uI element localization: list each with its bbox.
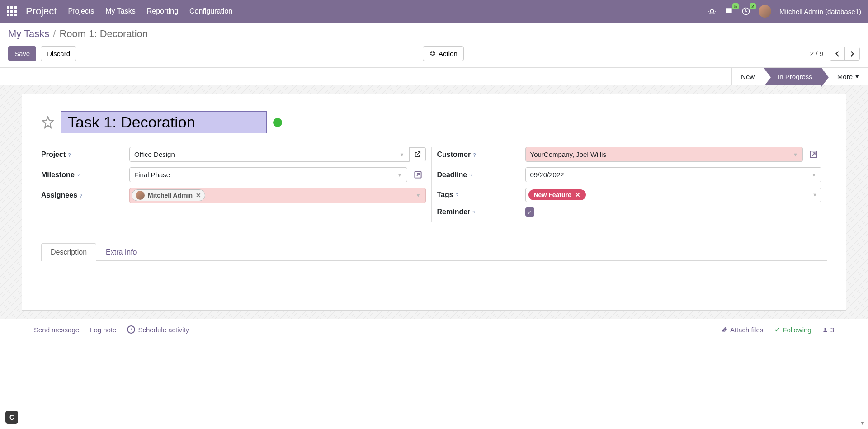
remove-assignee-icon[interactable]: ✕ xyxy=(196,192,201,199)
clock-icon xyxy=(127,325,135,334)
reminder-checkbox[interactable]: ✓ xyxy=(525,207,534,217)
apps-icon[interactable] xyxy=(7,6,17,16)
app-brand[interactable]: Project xyxy=(26,5,57,17)
caret-down-icon: ▼ xyxy=(811,172,816,178)
check-icon xyxy=(774,326,780,333)
status-bar: New In Progress More ▾ xyxy=(0,67,868,85)
caret-down-icon: ▼ xyxy=(400,152,405,157)
tab-description[interactable]: Description xyxy=(41,243,96,261)
nav-projects[interactable]: Projects xyxy=(68,7,94,15)
user-label[interactable]: Mitchell Admin (database1) xyxy=(779,8,861,15)
send-message-link[interactable]: Send message xyxy=(34,326,79,334)
caret-down-icon: ▼ xyxy=(397,172,402,178)
activities-icon[interactable]: 2 xyxy=(741,7,750,16)
gear-icon xyxy=(429,50,436,57)
milestone-external-link[interactable] xyxy=(410,168,426,181)
tab-extra-info[interactable]: Extra Info xyxy=(96,243,146,261)
pager-text: 2 / 9 xyxy=(810,50,823,57)
pager-next[interactable] xyxy=(845,47,859,60)
customer-input[interactable]: YourCompany, Joel Willis ▼ xyxy=(525,147,803,162)
customer-external-link[interactable] xyxy=(806,148,821,161)
reminder-label: Reminder? xyxy=(437,208,525,216)
deadline-input[interactable]: 09/20/2022 ▼ xyxy=(525,167,822,182)
nav-my-tasks[interactable]: My Tasks xyxy=(105,7,135,15)
messages-icon[interactable]: 5 xyxy=(724,7,733,16)
nav-links: Projects My Tasks Reporting Configuratio… xyxy=(68,7,232,15)
bug-icon[interactable] xyxy=(708,7,716,15)
pager-prev[interactable] xyxy=(830,47,845,60)
activities-badge: 2 xyxy=(750,3,756,9)
button-row: Save Discard Action 2 / 9 xyxy=(8,46,860,67)
paperclip-icon xyxy=(722,326,728,333)
title-row xyxy=(41,111,827,133)
milestone-label: Milestone? xyxy=(41,171,129,179)
assignees-input[interactable]: Mitchell Admin ✕ ▼ xyxy=(129,188,426,203)
discard-button[interactable]: Discard xyxy=(41,46,76,61)
avatar-icon xyxy=(136,191,145,200)
caret-down-icon: ▼ xyxy=(812,192,817,198)
tags-field-row: Tags? New Feature ✕ ▼ xyxy=(437,188,822,202)
breadcrumb-sep: / xyxy=(53,28,56,40)
attach-files-link[interactable]: Attach files xyxy=(722,326,763,334)
user-icon xyxy=(822,327,828,333)
task-title-input[interactable] xyxy=(61,111,267,133)
project-input[interactable]: Office Design ▼ xyxy=(129,147,410,162)
right-column: Customer? YourCompany, Joel Willis ▼ Dea… xyxy=(431,147,827,222)
reminder-field-row: Reminder? ✓ xyxy=(437,207,822,217)
status-in-progress[interactable]: In Progress xyxy=(764,68,821,85)
remove-tag-icon[interactable]: ✕ xyxy=(575,191,580,198)
milestone-input[interactable]: Final Phase ▼ xyxy=(129,167,407,182)
customer-field-row: Customer? YourCompany, Joel Willis ▼ xyxy=(437,147,822,162)
assignees-field-row: Assignees? Mitchell Admin ✕ ▼ xyxy=(41,188,426,203)
notebook-tabs: Description Extra Info xyxy=(41,243,827,261)
milestone-field-row: Milestone? Final Phase ▼ xyxy=(41,167,426,182)
nav-right: 5 2 Mitchell Admin (database1) xyxy=(708,5,861,18)
top-nav: Project Projects My Tasks Reporting Conf… xyxy=(0,0,868,23)
sheet-background: Project? Office Design ▼ Milestone? xyxy=(0,85,868,319)
save-button[interactable]: Save xyxy=(8,46,36,61)
deadline-label: Deadline? xyxy=(437,171,525,179)
breadcrumb-parent[interactable]: My Tasks xyxy=(8,28,49,40)
deadline-field-row: Deadline? 09/20/2022 ▼ xyxy=(437,167,822,182)
left-column: Project? Office Design ▼ Milestone? xyxy=(41,147,431,222)
nav-reporting[interactable]: Reporting xyxy=(147,7,178,15)
tags-label: Tags? xyxy=(437,191,525,199)
project-label: Project? xyxy=(41,151,129,159)
assignees-label: Assignees? xyxy=(41,191,129,199)
chatter-bar: Send message Log note Schedule activity … xyxy=(0,319,868,340)
project-field-row: Project? Office Design ▼ xyxy=(41,147,426,162)
svg-point-0 xyxy=(710,9,714,13)
form-grid: Project? Office Design ▼ Milestone? xyxy=(41,147,827,222)
project-external-link[interactable] xyxy=(410,147,426,161)
form-sheet: Project? Office Design ▼ Milestone? xyxy=(22,94,846,311)
kanban-state-icon[interactable] xyxy=(273,118,282,127)
tag-pill: New Feature ✕ xyxy=(528,189,586,200)
nav-configuration[interactable]: Configuration xyxy=(189,7,232,15)
assignee-chip: Mitchell Admin ✕ xyxy=(132,189,205,201)
customer-label: Customer? xyxy=(437,151,525,159)
action-dropdown[interactable]: Action xyxy=(423,46,464,61)
caret-down-icon: ▾ xyxy=(855,72,859,80)
breadcrumb-current: Room 1: Decoration xyxy=(59,28,148,40)
pager: 2 / 9 xyxy=(810,47,860,61)
status-new[interactable]: New xyxy=(731,68,764,85)
breadcrumb: My Tasks / Room 1: Decoration xyxy=(8,28,860,40)
control-panel: My Tasks / Room 1: Decoration Save Disca… xyxy=(0,23,868,67)
followers-count[interactable]: 3 xyxy=(822,326,834,334)
svg-point-4 xyxy=(824,328,826,330)
caret-down-icon: ▼ xyxy=(416,193,421,198)
tags-input[interactable]: New Feature ✕ ▼ xyxy=(525,188,822,202)
avatar[interactable] xyxy=(759,5,771,18)
following-button[interactable]: Following xyxy=(774,326,811,334)
schedule-activity-link[interactable]: Schedule activity xyxy=(127,325,189,334)
priority-star-icon[interactable] xyxy=(41,116,55,129)
log-note-link[interactable]: Log note xyxy=(90,326,116,334)
messages-badge: 5 xyxy=(732,3,739,9)
caret-down-icon: ▼ xyxy=(793,152,798,157)
